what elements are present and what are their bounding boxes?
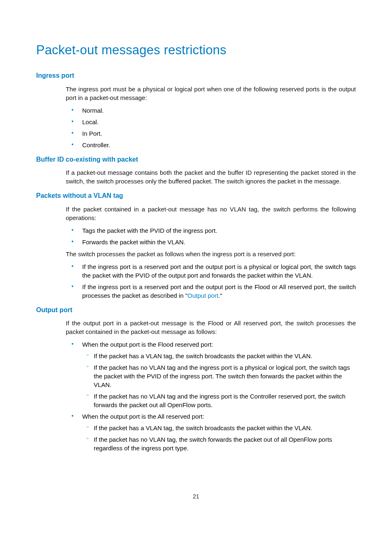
bullet-list: If the ingress port is a reserved port a… <box>66 262 356 300</box>
list-item: In Port. <box>66 129 356 138</box>
sub-list-item: If the packet has a VLAN tag, the switch… <box>82 424 356 432</box>
section-heading-output-port: Output port <box>36 306 356 315</box>
page-title: Packet-out messages restrictions <box>36 41 356 59</box>
section-body: If a packet-out message contains both th… <box>36 168 356 185</box>
sub-list-item: If the packet has no VLAN tag, the switc… <box>82 435 356 452</box>
section-body: If the output port in a packet-out messa… <box>36 319 356 452</box>
list-item: When the output port is the All reserved… <box>66 412 356 452</box>
list-item: If the ingress port is a reserved port a… <box>66 283 356 300</box>
section-heading-packets-no-vlan: Packets without a VLAN tag <box>36 191 356 200</box>
list-item: Normal. <box>66 106 356 115</box>
document-page: Packet-out messages restrictions Ingress… <box>0 0 392 452</box>
list-item: Tags the packet with the PVID of the ing… <box>66 226 356 235</box>
list-item-text: When the output port is the Flood reserv… <box>82 341 213 348</box>
page-number: 21 <box>0 493 392 501</box>
list-item-text: ." <box>218 292 222 299</box>
sub-bullet-list: If the packet has a VLAN tag, the switch… <box>82 352 356 409</box>
list-item: When the output port is the Flood reserv… <box>66 340 356 409</box>
list-item: Local. <box>66 118 356 126</box>
paragraph: The switch processes the packet as follo… <box>66 250 356 258</box>
list-item-text: When the output port is the All reserved… <box>82 413 204 420</box>
paragraph: If a packet-out message contains both th… <box>66 168 356 185</box>
sub-list-item: If the packet has no VLAN tag and the in… <box>82 363 356 389</box>
paragraph: If the output port in a packet-out messa… <box>66 319 356 336</box>
link-output-port[interactable]: Output port <box>187 292 218 299</box>
paragraph: The ingress port must be a physical or l… <box>66 85 356 102</box>
paragraph: If the packet contained in a packet-out … <box>66 205 356 222</box>
bullet-list: Tags the packet with the PVID of the ing… <box>66 226 356 246</box>
bullet-list: Normal. Local. In Port. Controller. <box>66 106 356 149</box>
sub-list-item: If the packet has a VLAN tag, the switch… <box>82 352 356 360</box>
list-item: Controller. <box>66 141 356 149</box>
section-heading-buffer-id: Buffer ID co-existing with packet <box>36 155 356 164</box>
list-item: Forwards the packet within the VLAN. <box>66 238 356 246</box>
sub-bullet-list: If the packet has a VLAN tag, the switch… <box>82 424 356 452</box>
list-item: If the ingress port is a reserved port a… <box>66 262 356 280</box>
sub-list-item: If the packet has no VLAN tag and the in… <box>82 392 356 409</box>
section-heading-ingress-port: Ingress port <box>36 71 356 80</box>
bullet-list: When the output port is the Flood reserv… <box>66 340 356 452</box>
section-body: The ingress port must be a physical or l… <box>36 85 356 149</box>
section-body: If the packet contained in a packet-out … <box>36 205 356 300</box>
